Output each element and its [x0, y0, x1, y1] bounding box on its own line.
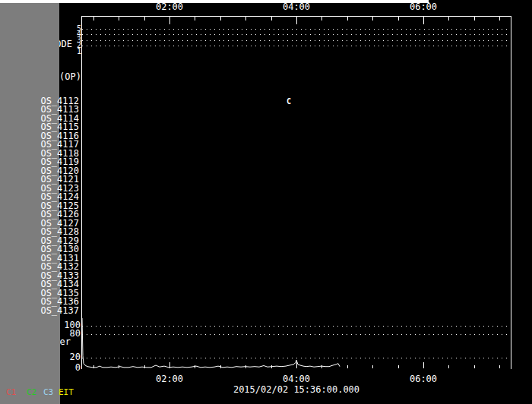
legend-item-c1: C1 — [6, 388, 16, 396]
legend-item-c2: C2 — [27, 388, 36, 396]
legend-item-c3: C3 — [43, 388, 53, 396]
legend-item-eit: EIT — [59, 388, 74, 396]
telemetry-plot-window: TM SUBMODE LASCO/EIT (OP) LASCO-buffer 2… — [0, 0, 532, 404]
buffer-line-chart — [0, 0, 532, 404]
buffer-usage-line — [82, 318, 340, 368]
c-event-marker: C — [287, 98, 291, 106]
